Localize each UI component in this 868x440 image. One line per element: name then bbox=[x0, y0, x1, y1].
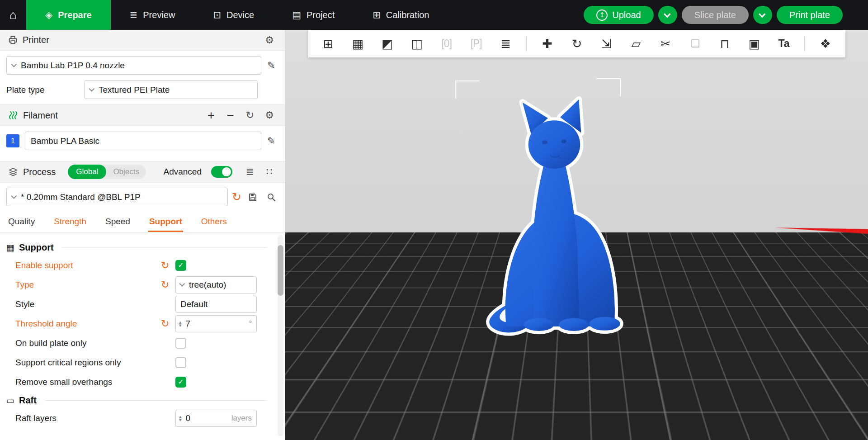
edit-icon: ✎ bbox=[267, 60, 275, 71]
tab-others[interactable]: Others bbox=[201, 211, 227, 232]
tab-calibration[interactable]: ⊞ Calibration bbox=[354, 0, 448, 30]
toolbar-separator bbox=[804, 37, 805, 51]
process-tabs: Quality Strength Speed Support Others bbox=[0, 211, 285, 232]
upload-icon: ↥ bbox=[596, 9, 608, 21]
edit-filament-button[interactable]: ✎ bbox=[264, 134, 278, 148]
tab-device[interactable]: ⊡ Device bbox=[194, 0, 273, 30]
tab-speed[interactable]: Speed bbox=[105, 211, 130, 232]
reset-icon[interactable]: ↻ bbox=[161, 319, 169, 329]
cut-icon[interactable]: ✂ bbox=[656, 34, 675, 54]
printer-section-header: Printer ⚙ bbox=[0, 30, 285, 51]
auto-orient-icon[interactable]: ◩ bbox=[378, 34, 396, 54]
support-critical-regions-row: Support critical regions only bbox=[6, 353, 285, 372]
support-critical-regions-checkbox[interactable] bbox=[175, 357, 186, 368]
threshold-angle-spinner[interactable]: ▴▾ 7 ° bbox=[175, 315, 257, 332]
threshold-angle-label: Threshold angle bbox=[15, 319, 77, 329]
project-icon: ▤ bbox=[292, 9, 301, 20]
params-scrollbar-track[interactable] bbox=[278, 235, 283, 436]
main-tabs: ◈ Prepare ≣ Preview ⊡ Device ▤ Project ⊞… bbox=[26, 0, 448, 30]
advanced-toggle[interactable] bbox=[211, 166, 232, 178]
reset-preset-button[interactable]: ↻ bbox=[232, 191, 241, 203]
upload-label: Upload bbox=[612, 10, 641, 20]
chevron-down-icon bbox=[89, 86, 94, 92]
assemble-icon[interactable]: ❖ bbox=[816, 34, 835, 54]
home-button[interactable]: ⌂ bbox=[0, 0, 26, 30]
print-dropdown-button[interactable] bbox=[753, 6, 772, 24]
add-filament-button[interactable]: + bbox=[204, 108, 218, 123]
reset-icon[interactable]: ↻ bbox=[161, 280, 169, 290]
global-segment[interactable]: Global bbox=[68, 165, 106, 179]
list-icon: ≣ bbox=[246, 166, 254, 178]
params-scrollbar-thumb[interactable] bbox=[278, 245, 283, 296]
print-plate-button[interactable]: Print plate bbox=[777, 6, 843, 24]
split-to-objects-icon[interactable]: ◫ bbox=[408, 34, 426, 54]
tab-preview[interactable]: ≣ Preview bbox=[111, 0, 194, 30]
scene bbox=[285, 30, 868, 440]
tab-project[interactable]: ▤ Project bbox=[273, 0, 354, 30]
support-section-title: Support bbox=[19, 242, 54, 253]
raft-layers-spinner[interactable]: ▴▾ 0 layers bbox=[175, 410, 257, 427]
support-paint-icon[interactable]: ⊓ bbox=[716, 34, 734, 54]
support-type-select[interactable]: tree(auto) bbox=[175, 276, 257, 293]
reset-icon[interactable]: ↻ bbox=[161, 260, 169, 270]
search-preset-button[interactable] bbox=[264, 190, 278, 204]
upload-button[interactable]: ↥ Upload bbox=[584, 6, 653, 24]
printer-icon bbox=[8, 35, 18, 45]
tab-preview-label: Preview bbox=[143, 10, 175, 20]
viewport-canvas[interactable]: ⊞ ▦ ◩ ◫ [0] [P] ≣ ✚ ↻ ⇲ ▱ ✂ ❏ ⊓ ▣ Ta ❖ bbox=[285, 30, 868, 440]
plate-type-value: Textured PEI Plate bbox=[99, 85, 170, 95]
chevron-down-icon bbox=[179, 281, 185, 287]
scale-icon[interactable]: ⇲ bbox=[597, 34, 615, 54]
ams-sync-button[interactable]: ↻ bbox=[243, 108, 257, 123]
chevron-down-icon bbox=[759, 10, 766, 18]
assembly-parts-icon[interactable]: [P] bbox=[467, 34, 485, 54]
save-preset-button[interactable] bbox=[245, 190, 260, 204]
on-build-plate-only-checkbox[interactable] bbox=[175, 338, 186, 349]
tab-prepare[interactable]: ◈ Prepare bbox=[26, 0, 111, 30]
plate-type-select[interactable]: Textured PEI Plate bbox=[84, 80, 258, 99]
edit-printer-button[interactable]: ✎ bbox=[264, 58, 278, 73]
raft-layers-value: 0 bbox=[186, 413, 227, 423]
spinner-arrows-icon[interactable]: ▴▾ bbox=[179, 321, 182, 327]
printer-section-body: Bambu Lab P1P 0.4 nozzle ✎ Plate type Te… bbox=[0, 51, 285, 104]
color-paint-icon[interactable]: ▣ bbox=[745, 34, 764, 54]
reset-icon: ↻ bbox=[232, 190, 241, 203]
rotate-icon[interactable]: ↻ bbox=[568, 34, 586, 54]
objects-filter-button[interactable]: ∷ bbox=[262, 165, 277, 179]
support-section-icon: ▦ bbox=[6, 242, 14, 253]
tab-strength[interactable]: Strength bbox=[54, 211, 86, 232]
left-panel: Printer ⚙ Bambu Lab P1P 0.4 nozzle ✎ Pla… bbox=[0, 30, 285, 440]
variable-layer-height-icon[interactable]: ≣ bbox=[497, 34, 515, 54]
enable-support-checkbox[interactable] bbox=[175, 260, 186, 271]
remove-small-overhangs-checkbox[interactable] bbox=[175, 377, 186, 388]
remove-filament-button[interactable]: − bbox=[223, 108, 238, 123]
gear-icon: ⚙ bbox=[265, 109, 274, 121]
mesh-boolean-icon[interactable]: ❏ bbox=[686, 34, 704, 54]
global-objects-switch[interactable]: Global Objects bbox=[68, 165, 146, 179]
process-icon bbox=[8, 167, 18, 177]
text-icon[interactable]: Ta bbox=[775, 34, 793, 54]
threshold-angle-value: 7 bbox=[186, 319, 245, 329]
slice-dropdown-button[interactable] bbox=[658, 6, 677, 24]
filament-settings-button[interactable]: ⚙ bbox=[262, 108, 277, 123]
tab-support[interactable]: Support bbox=[149, 211, 182, 232]
slice-plate-button[interactable]: Slice plate bbox=[682, 6, 749, 24]
process-preset-select[interactable]: * 0.20mm Standard @BBL P1P bbox=[6, 188, 228, 206]
place-on-face-icon[interactable]: ▱ bbox=[627, 34, 645, 54]
assembly-objects-icon[interactable]: [0] bbox=[438, 34, 456, 54]
move-icon[interactable]: ✚ bbox=[538, 34, 557, 54]
support-style-select[interactable]: Default bbox=[175, 296, 257, 313]
printer-settings-button[interactable]: ⚙ bbox=[262, 33, 277, 47]
model-cat[interactable] bbox=[470, 91, 638, 339]
objects-segment[interactable]: Objects bbox=[106, 167, 146, 176]
filament-preset-select[interactable]: Bambu PLA Basic bbox=[25, 132, 261, 150]
threshold-angle-unit: ° bbox=[249, 319, 252, 328]
support-section-title-row: ▦ Support bbox=[6, 242, 285, 253]
advanced-list-button[interactable]: ≣ bbox=[243, 165, 257, 179]
printer-preset-select[interactable]: Bambu Lab P1P 0.4 nozzle bbox=[6, 56, 261, 75]
add-object-icon[interactable]: ⊞ bbox=[319, 34, 337, 54]
topbar-actions: ↥ Upload Slice plate Print plate bbox=[584, 0, 868, 30]
arrange-icon[interactable]: ▦ bbox=[349, 34, 367, 54]
tab-quality[interactable]: Quality bbox=[8, 211, 35, 232]
spinner-arrows-icon[interactable]: ▴▾ bbox=[179, 415, 182, 421]
